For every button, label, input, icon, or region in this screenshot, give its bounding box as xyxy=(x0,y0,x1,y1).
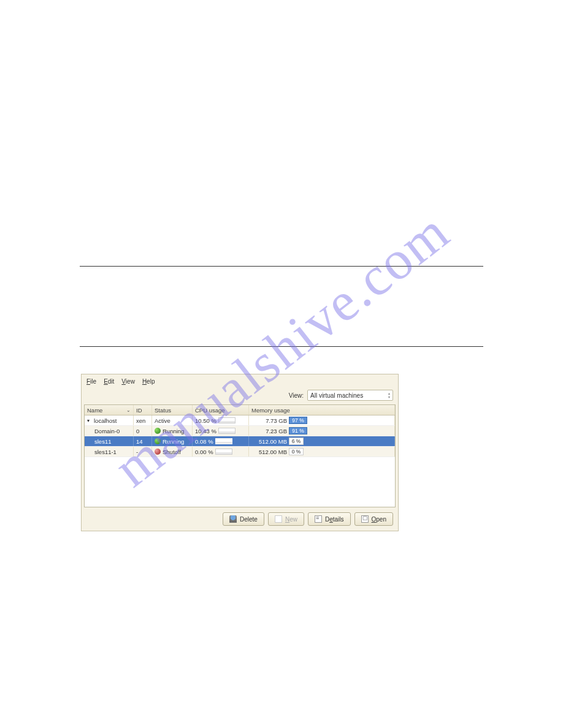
cell-id: - xyxy=(134,447,152,457)
vm-manager-window: File Edit View Help View: All virtual ma… xyxy=(81,374,399,531)
cell-name: ▾localhost xyxy=(85,415,134,425)
memory-bar: 91 % xyxy=(289,427,307,434)
running-icon xyxy=(155,428,161,434)
delete-button[interactable]: Delete xyxy=(223,512,264,526)
spinner-icon: ▴▾ xyxy=(388,392,390,399)
open-button[interactable]: Open xyxy=(354,512,393,526)
shutoff-icon xyxy=(155,449,161,455)
view-filter-row: View: All virtual machines ▴▾ xyxy=(82,387,398,404)
view-label: View: xyxy=(289,392,304,399)
cell-cpu: 0.08 % xyxy=(193,436,249,446)
expand-icon[interactable]: ▾ xyxy=(87,418,92,423)
menu-edit[interactable]: Edit xyxy=(104,378,114,385)
cell-status: Running xyxy=(152,426,193,436)
cell-mem: 512.00 MB 6 % xyxy=(249,436,395,446)
cpu-sparkline xyxy=(218,417,236,423)
memory-bar: 6 % xyxy=(289,438,304,445)
memory-bar: 0 % xyxy=(289,448,304,455)
col-status[interactable]: Status xyxy=(152,405,193,415)
table-row[interactable]: sles1114Running0.08 %512.00 MB 6 % xyxy=(85,436,395,447)
cell-mem: 512.00 MB 0 % xyxy=(249,447,395,457)
new-button[interactable]: New xyxy=(268,512,304,526)
details-icon xyxy=(315,515,322,523)
memory-bar: 97 % xyxy=(289,417,307,424)
menu-help[interactable]: Help xyxy=(142,378,155,385)
table-row[interactable]: sles11-1-Shutoff0.00 %512.00 MB 0 % xyxy=(85,447,395,457)
col-name[interactable]: Name ⌄ xyxy=(85,405,134,415)
cell-id: xen xyxy=(134,415,152,425)
table-row[interactable]: ▾localhostxenActive10.50 %7.73 GB 97 % xyxy=(85,415,395,426)
cell-cpu: 10.50 % xyxy=(193,415,249,425)
details-button[interactable]: Details xyxy=(308,512,351,526)
cell-mem: 7.73 GB 97 % xyxy=(249,415,395,425)
table-header: Name ⌄ ID Status CPU usage Memory usage xyxy=(85,405,395,415)
page-content: File Edit View Help View: All virtual ma… xyxy=(0,0,563,728)
cell-id: 0 xyxy=(134,426,152,436)
cell-status: Running xyxy=(152,436,193,446)
divider-2 xyxy=(80,346,483,347)
toolbar: Delete New Details Open xyxy=(82,507,398,531)
col-mem[interactable]: Memory usage xyxy=(249,405,395,415)
view-select[interactable]: All virtual machines ▴▾ xyxy=(307,390,393,401)
cell-id: 14 xyxy=(134,436,152,446)
cell-cpu: 10.43 % xyxy=(193,426,249,436)
view-select-value: All virtual machines xyxy=(310,392,363,399)
divider-1 xyxy=(80,266,483,267)
open-icon xyxy=(361,515,369,523)
col-id[interactable]: ID xyxy=(134,405,152,415)
cell-name: sles11 xyxy=(85,436,134,446)
menubar: File Edit View Help xyxy=(82,374,398,387)
delete-icon xyxy=(229,515,237,523)
cell-name: sles11-1 xyxy=(85,447,134,457)
menu-file[interactable]: File xyxy=(86,378,96,385)
cell-cpu: 0.00 % xyxy=(193,447,249,457)
cell-name: Domain-0 xyxy=(85,426,134,436)
table-row[interactable]: Domain-00Running10.43 %7.23 GB 91 % xyxy=(85,426,395,436)
table-body: ▾localhostxenActive10.50 %7.73 GB 97 %Do… xyxy=(85,415,395,457)
cell-status: Shutoff xyxy=(152,447,193,457)
col-cpu[interactable]: CPU usage xyxy=(193,405,249,415)
cell-mem: 7.23 GB 91 % xyxy=(249,426,395,436)
menu-view[interactable]: View xyxy=(121,378,135,385)
sort-arrow-icon: ⌄ xyxy=(126,408,131,413)
new-icon xyxy=(275,515,282,523)
vm-table: Name ⌄ ID Status CPU usage Memory usage … xyxy=(84,404,396,507)
running-icon xyxy=(155,438,161,444)
cell-status: Active xyxy=(152,415,193,425)
cpu-sparkline xyxy=(215,438,232,444)
cpu-sparkline xyxy=(215,449,232,455)
cpu-sparkline xyxy=(218,428,236,434)
